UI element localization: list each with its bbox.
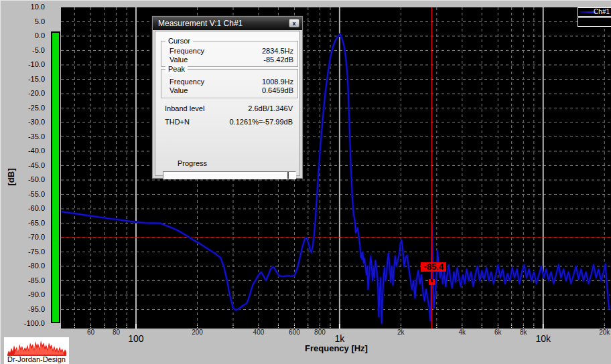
progress-tick xyxy=(287,172,289,179)
y-tick-label: 5.0 xyxy=(13,17,45,25)
progress-bar xyxy=(163,171,296,179)
cursor-value-row: Value -85.42dB xyxy=(161,56,297,64)
cursor-frequency-label: Frequency xyxy=(169,47,204,56)
dialog-titlebar[interactable]: Measurement V:1 Ch#1 xyxy=(153,17,302,30)
legend-channel-2[interactable] xyxy=(578,17,611,27)
y-tick-label: -50.0 xyxy=(13,175,45,183)
app-logo: Dr-Jordan-Design xyxy=(4,337,69,364)
logo-waveform-icon xyxy=(7,339,66,356)
dialog-title: Measurement V:1 Ch#1 xyxy=(158,19,243,28)
cursor-frequency-value: 2834.5Hz xyxy=(262,47,293,56)
peak-value-row-label: Value xyxy=(169,86,188,95)
y-tick-label: -30.0 xyxy=(13,118,45,126)
y-tick-label: -10.0 xyxy=(13,60,45,68)
spectrum-chart[interactable] xyxy=(61,7,611,329)
app-window: 10.05.00.0-5.0-10.0-15.0-20.0-25.0-30.0-… xyxy=(0,0,611,364)
y-tick-label: -55.0 xyxy=(13,190,45,198)
legend-channel-1[interactable]: Ch#1 xyxy=(578,7,611,17)
x-tick-label-minor: 200 xyxy=(180,329,214,336)
y-axis-title: [dB] xyxy=(6,163,16,192)
legend-channel-1-label: Ch#1 xyxy=(594,8,610,16)
x-tick-label-minor: 4k xyxy=(446,329,479,336)
y-tick-label: -75.0 xyxy=(13,248,45,256)
cursor-value-row-value: -85.42dB xyxy=(263,56,293,64)
x-tick-label-major: 10k xyxy=(525,333,561,344)
y-tick-label: -20.0 xyxy=(13,89,45,97)
inband-level-row: Inband level 2.6dB/1.346V xyxy=(165,104,293,112)
y-tick-label: -25.0 xyxy=(13,104,45,112)
logo-text: Dr-Jordan-Design xyxy=(4,356,69,363)
x-tick-label-major: 1k xyxy=(322,333,358,344)
y-tick-label: -15.0 xyxy=(13,75,45,83)
cursor-frequency-row: Frequency 2834.5Hz xyxy=(161,47,297,56)
y-tick-label: -40.0 xyxy=(13,147,45,155)
inband-level-value: 2.6dB/1.346V xyxy=(248,104,293,112)
y-tick-label: -60.0 xyxy=(13,204,45,212)
x-tick-label-minor: 20k xyxy=(588,329,611,336)
peak-frequency-row: Frequency 1008.9Hz xyxy=(161,78,297,86)
y-tick-label: -5.0 xyxy=(13,46,45,54)
level-meter-bar xyxy=(51,31,60,323)
y-tick-label: 10.0 xyxy=(13,3,45,11)
peak-value-row-value: 0.6459dB xyxy=(262,86,293,95)
cursor-group-label: Cursor xyxy=(165,37,193,46)
close-icon[interactable]: x xyxy=(289,19,299,27)
thdn-value: 0.1261%=-57.99dB xyxy=(230,118,293,126)
y-tick-label: -90.0 xyxy=(13,290,45,298)
dialog-body: Cursor Frequency 2834.5Hz Value -85.42dB… xyxy=(155,31,300,176)
thdn-label: THD+N xyxy=(165,118,190,126)
peak-value-row: Value 0.6459dB xyxy=(161,86,297,95)
x-tick-label-major: 100 xyxy=(118,333,154,344)
x-axis-title: Frequency [Hz] xyxy=(283,343,390,353)
y-tick-label: -65.0 xyxy=(13,219,45,227)
x-tick-label-minor: 400 xyxy=(242,329,275,336)
progress-label: Progress xyxy=(178,159,207,167)
inband-level-label: Inband level xyxy=(165,104,204,112)
peak-frequency-label: Frequency xyxy=(169,78,204,86)
y-tick-label: -100.0 xyxy=(13,319,45,327)
y-tick-label: -85.0 xyxy=(13,276,45,284)
thdn-row: THD+N 0.1261%=-57.99dB xyxy=(165,118,293,126)
cursor-value-label: -85.4 xyxy=(421,262,446,272)
y-tick-label: -80.0 xyxy=(13,262,45,270)
y-tick-label: 0.0 xyxy=(13,31,45,39)
y-tick-label: -45.0 xyxy=(13,161,45,169)
cursor-groupbox: Cursor Frequency 2834.5Hz Value -85.42dB xyxy=(161,41,298,67)
measurement-dialog: Measurement V:1 Ch#1 x Cursor Frequency … xyxy=(151,15,303,179)
y-tick-label: -35.0 xyxy=(13,132,45,141)
cursor-marker[interactable] xyxy=(429,279,435,285)
peak-groupbox: Peak Frequency 1008.9Hz Value 0.6459dB xyxy=(161,69,298,98)
peak-group-label: Peak xyxy=(165,65,188,74)
cursor-value-row-label: Value xyxy=(169,56,188,64)
y-tick-label: -95.0 xyxy=(13,305,45,313)
y-tick-label: -70.0 xyxy=(13,233,45,241)
peak-frequency-value: 1008.9Hz xyxy=(262,78,293,86)
x-tick-label-minor: 2k xyxy=(384,329,417,336)
